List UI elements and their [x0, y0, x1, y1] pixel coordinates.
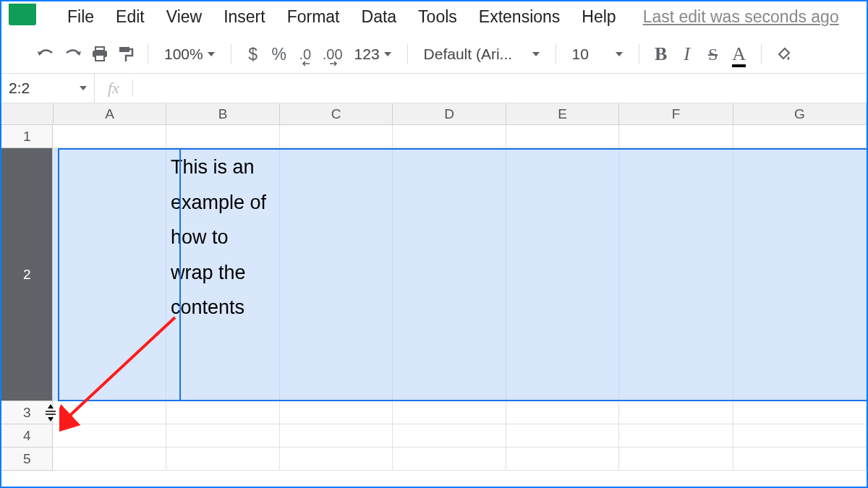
text-color-button[interactable]: A	[726, 41, 752, 67]
cell-d2[interactable]	[393, 148, 506, 401]
cell-e1[interactable]	[506, 125, 620, 148]
paint-format-icon[interactable]	[113, 41, 139, 67]
fx-icon: fx	[95, 79, 132, 98]
more-formats-dropdown[interactable]: 123	[347, 41, 399, 67]
menu-view[interactable]: View	[156, 4, 213, 30]
menu-help[interactable]: Help	[571, 4, 626, 30]
strikethrough-button[interactable]: S	[700, 41, 726, 67]
cell-e5[interactable]	[506, 448, 620, 471]
column-header-d[interactable]: D	[393, 103, 506, 125]
cell-c2[interactable]	[280, 148, 393, 401]
svg-rect-0	[95, 47, 104, 51]
redo-icon[interactable]	[59, 41, 87, 67]
cell-g3[interactable]	[733, 401, 867, 424]
column-header-e[interactable]: E	[506, 103, 620, 125]
cell-b5[interactable]	[166, 448, 280, 471]
chevron-down-icon	[384, 52, 391, 56]
last-edit-link[interactable]: Last edit was seconds ago	[643, 7, 839, 27]
toolbar-separator	[761, 44, 762, 64]
font-size-dropdown[interactable]: 10	[565, 41, 630, 67]
cell-g1[interactable]	[733, 125, 867, 148]
cell-b2[interactable]: This is an example of how to wrap the co…	[166, 148, 280, 401]
row-header-1[interactable]: 1	[1, 125, 53, 148]
cell-b1[interactable]	[166, 125, 280, 148]
formula-bar-row: 2:2 fx	[1, 73, 867, 103]
menu-edit[interactable]: Edit	[105, 4, 156, 30]
menu-insert[interactable]: Insert	[213, 4, 276, 30]
app-logo-icon	[9, 4, 36, 25]
toolbar-separator	[639, 44, 639, 64]
menu-file[interactable]: File	[56, 4, 105, 30]
cell-g4[interactable]	[733, 424, 867, 448]
cell-f2[interactable]	[619, 148, 733, 401]
row-header-4[interactable]: 4	[1, 424, 53, 448]
undo-icon[interactable]	[32, 41, 59, 67]
zoom-value: 100%	[164, 46, 203, 63]
percent-button[interactable]: %	[266, 41, 292, 67]
cell-a5[interactable]	[53, 448, 166, 471]
cell-e4[interactable]	[506, 424, 620, 448]
toolbar: 100% $ % .0 .00 123 Default (Ari... 10 B…	[1, 35, 867, 73]
toolbar-separator	[407, 44, 408, 64]
cell-d1[interactable]	[393, 125, 506, 148]
cell-e3[interactable]	[506, 401, 620, 424]
cell-c4[interactable]	[280, 424, 393, 448]
cell-g2[interactable]	[733, 148, 867, 401]
row-header-3[interactable]: 3	[1, 401, 53, 424]
cell-f1[interactable]	[619, 125, 733, 148]
chevron-down-icon	[532, 52, 540, 56]
cell-d3[interactable]	[393, 401, 506, 424]
formula-input[interactable]	[133, 74, 867, 103]
row-2: 2 This is an example of how to wrap the …	[1, 148, 867, 401]
menu-data[interactable]: Data	[351, 4, 408, 30]
italic-button[interactable]: I	[674, 41, 700, 67]
name-box[interactable]: 2:2	[1, 80, 94, 97]
column-header-g[interactable]: G	[733, 103, 867, 125]
cell-g5[interactable]	[733, 448, 867, 471]
cell-f4[interactable]	[619, 424, 733, 448]
row-header-2[interactable]: 2	[1, 148, 53, 401]
cell-a1[interactable]	[53, 125, 166, 148]
cell-d5[interactable]	[393, 448, 506, 471]
cell-d4[interactable]	[393, 424, 506, 448]
row-header-5[interactable]: 5	[1, 448, 53, 471]
fill-color-icon[interactable]	[770, 41, 796, 67]
column-header-f[interactable]: F	[619, 103, 733, 125]
menu-format[interactable]: Format	[276, 4, 351, 30]
cell-a3[interactable]	[53, 401, 166, 424]
svg-rect-3	[119, 47, 129, 52]
column-header-b[interactable]: B	[166, 103, 280, 125]
zoom-dropdown[interactable]: 100%	[157, 41, 222, 67]
increase-decimal-button[interactable]: .00	[318, 41, 347, 67]
cell-b3[interactable]	[166, 401, 280, 424]
column-header-a[interactable]: A	[54, 103, 167, 125]
font-dropdown[interactable]: Default (Ari...	[417, 41, 547, 67]
cell-b4[interactable]	[166, 424, 280, 448]
select-all-corner[interactable]	[1, 103, 54, 125]
cell-e2[interactable]	[506, 148, 620, 401]
row-1: 1	[1, 125, 867, 148]
chevron-down-icon	[616, 52, 623, 56]
menu-tools[interactable]: Tools	[407, 4, 468, 30]
column-header-c[interactable]: C	[280, 103, 393, 125]
toolbar-separator	[231, 44, 231, 64]
bold-button[interactable]: B	[648, 41, 674, 67]
menu-extensions[interactable]: Extensions	[468, 4, 571, 30]
cell-c5[interactable]	[280, 448, 393, 471]
row-4: 4	[1, 424, 867, 448]
toolbar-separator	[148, 44, 148, 64]
cell-c1[interactable]	[280, 125, 393, 148]
column-headers: A B C D E F G	[1, 103, 867, 125]
currency-button[interactable]: $	[240, 41, 266, 67]
cell-c3[interactable]	[280, 401, 393, 424]
menubar: File Edit View Insert Format Data Tools …	[1, 1, 867, 35]
cell-a2[interactable]	[53, 148, 166, 401]
cell-f3[interactable]	[619, 401, 733, 424]
decrease-decimal-button[interactable]: .0	[292, 41, 318, 67]
svg-rect-2	[95, 55, 104, 61]
row-3: 3	[1, 401, 867, 424]
toolbar-separator	[556, 44, 556, 64]
cell-f5[interactable]	[619, 448, 733, 471]
cell-a4[interactable]	[53, 424, 166, 448]
print-icon[interactable]	[87, 41, 113, 67]
